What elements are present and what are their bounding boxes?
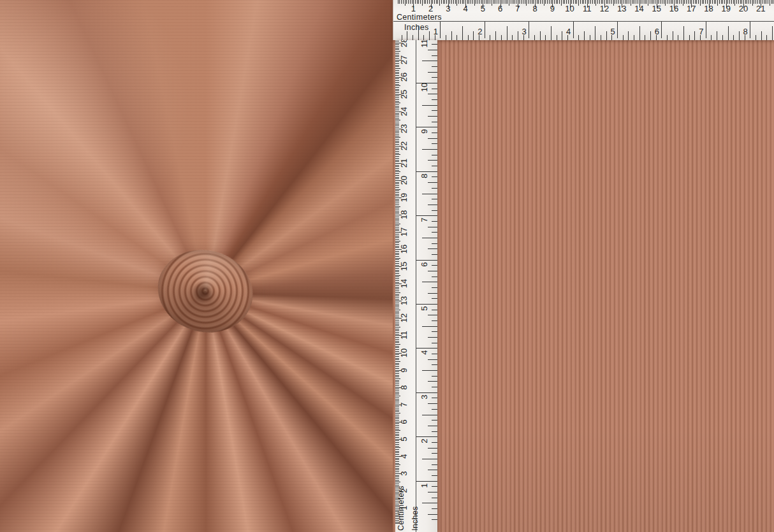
mm-tick <box>395 239 399 240</box>
inch-fraction-tick <box>473 31 474 40</box>
mm-tick <box>399 0 400 4</box>
h-cm-number: 16 <box>668 4 680 13</box>
inch-fraction-tick <box>432 398 437 398</box>
inch-fraction-tick <box>634 35 634 40</box>
h-cm-number: 5 <box>476 4 489 13</box>
inch-fraction-tick <box>428 403 437 404</box>
inch-fraction-tick <box>432 498 437 498</box>
inch-fraction-tick <box>545 35 546 40</box>
inch-fraction-tick <box>428 271 437 271</box>
v-cm-number: 8 <box>398 382 409 393</box>
mm-tick <box>395 205 399 205</box>
inch-fraction-tick <box>428 470 437 470</box>
h-cm-number: 6 <box>494 4 507 13</box>
mm-tick <box>395 398 399 398</box>
h-cm-number: 18 <box>703 4 715 13</box>
inch-fraction-tick <box>432 287 437 288</box>
mm-tick <box>395 359 399 360</box>
h-cm-number: 8 <box>529 4 541 13</box>
mm-tick <box>507 0 507 4</box>
v-cm-number: 11 <box>398 329 409 341</box>
mm-tick <box>395 361 400 362</box>
inch-fraction-tick <box>432 442 437 443</box>
v-cm-number: 19 <box>398 192 409 203</box>
v-ruler-divider <box>416 40 416 532</box>
mm-tick <box>395 156 399 157</box>
mm-tick <box>395 119 399 119</box>
mm-tick <box>395 258 400 259</box>
inch-fraction-tick <box>432 431 437 432</box>
mm-tick <box>395 273 399 274</box>
v-inch-number: 7 <box>419 214 429 226</box>
mm-tick <box>395 380 399 381</box>
inch-fraction-tick <box>761 31 762 40</box>
mm-tick <box>395 222 399 222</box>
mm-tick <box>395 53 399 54</box>
inch-fraction-tick <box>733 35 734 40</box>
inch-fraction-tick <box>428 293 437 294</box>
inch-fraction-tick <box>432 310 437 310</box>
inch-fraction-tick <box>590 35 590 40</box>
mm-tick <box>398 0 398 4</box>
mm-tick <box>474 0 475 6</box>
mm-tick <box>395 66 399 67</box>
inch-fraction-tick <box>432 519 437 520</box>
inch-fraction-tick <box>645 35 645 40</box>
mm-tick <box>395 87 399 88</box>
mm-tick <box>420 0 421 4</box>
mm-tick <box>768 0 768 4</box>
h-cm-number: 4 <box>459 4 472 13</box>
mm-tick <box>578 0 579 6</box>
v-cm-number: 6 <box>398 416 409 428</box>
inch-fraction-tick <box>428 205 437 205</box>
mm-tick <box>395 103 400 103</box>
v-cm-number: 3 <box>398 468 409 479</box>
v-cm-number: 15 <box>398 261 409 272</box>
mm-tick <box>665 0 666 6</box>
mm-tick <box>422 0 423 6</box>
mm-tick <box>395 206 400 207</box>
mm-tick <box>395 224 400 224</box>
mm-tick <box>437 0 438 4</box>
h-inch-number: 5 <box>608 27 618 36</box>
inch-fraction-tick <box>428 381 437 382</box>
h-inch-number: 6 <box>652 27 662 36</box>
mm-tick <box>395 171 400 172</box>
inch-fraction-tick <box>428 426 437 426</box>
mm-tick <box>456 0 457 6</box>
mm-tick <box>542 0 543 4</box>
mm-tick <box>395 170 399 171</box>
inch-fraction-tick <box>422 459 437 459</box>
inch-fraction-tick <box>422 61 437 61</box>
h-inch-number: 7 <box>696 27 706 36</box>
inch-fraction-tick <box>578 35 579 40</box>
mm-tick <box>439 0 440 6</box>
mm-tick <box>472 0 473 4</box>
mm-tick <box>395 68 400 69</box>
inch-fraction-tick <box>451 31 452 40</box>
mm-tick <box>395 344 400 345</box>
inch-fraction-tick <box>694 31 695 40</box>
inch-fraction-tick <box>422 282 437 282</box>
h-centimeters-label: Centimeters <box>397 13 442 22</box>
inch-fraction-tick <box>518 31 518 40</box>
v-inch-number: 10 <box>419 82 429 93</box>
inch-fraction-tick <box>432 66 437 67</box>
inch-fraction-tick <box>432 133 437 133</box>
inch-fraction-tick <box>432 331 437 332</box>
v-cm-number: 17 <box>398 226 409 238</box>
mm-tick <box>395 342 399 343</box>
mm-tick <box>395 310 400 310</box>
fabric-swirl-center <box>149 240 262 343</box>
inch-fraction-tick <box>507 26 507 40</box>
inch-fraction-tick <box>428 337 437 338</box>
inch-fraction-tick <box>512 35 513 40</box>
mm-tick <box>455 0 456 4</box>
inch-fraction-tick <box>432 420 437 421</box>
mm-tick <box>733 0 734 4</box>
inch-fraction-tick <box>468 35 469 40</box>
v-inch-number: 5 <box>419 303 429 314</box>
inch-fraction-tick <box>584 31 585 40</box>
inch-fraction-tick <box>673 31 673 40</box>
h-cm-number: 15 <box>650 4 663 13</box>
